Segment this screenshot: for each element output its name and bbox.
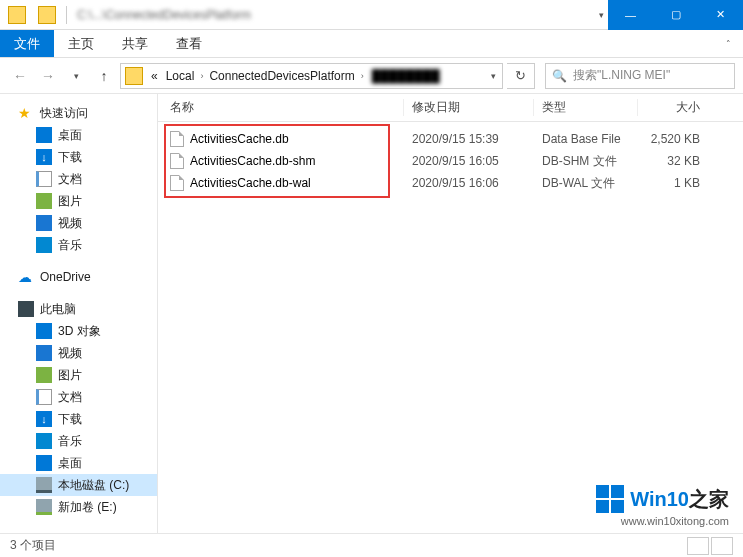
file-name: ActivitiesCache.db-wal [190,176,311,190]
maximize-button[interactable]: ▢ [653,0,698,30]
video-icon [36,215,52,231]
column-date[interactable]: 修改日期 [404,99,534,116]
nav-up-button[interactable]: ↑ [92,64,116,88]
column-type[interactable]: 类型 [534,99,638,116]
status-item-count: 3 个项目 [10,537,56,554]
desktop-icon [36,127,52,143]
chevron-right-icon[interactable]: › [198,71,205,81]
minimize-button[interactable]: — [608,0,653,30]
column-headers: 名称 修改日期 类型 大小 [158,94,743,122]
chevron-down-icon[interactable]: ▾ [599,10,604,20]
sidebar-onedrive[interactable]: OneDrive [0,266,157,288]
sidebar-item-label: 快速访问 [40,105,88,122]
file-row[interactable]: ActivitiesCache.db-wal 2020/9/15 16:06 D… [158,172,743,194]
star-icon [18,105,34,121]
pictures-icon [36,367,52,383]
sidebar-item-documents[interactable]: 文档 [0,168,157,190]
ribbon-file-tab[interactable]: 文件 [0,30,54,57]
file-date: 2020/9/15 16:06 [404,176,534,190]
sidebar: 快速访问 桌面 下载 文档 图片 视频 音乐 OneDrive 此电脑 3D 对… [0,94,158,533]
sidebar-item-label: 下载 [58,149,82,166]
address-prefix: « [147,69,162,83]
sidebar-item-desktop[interactable]: 桌面 [0,124,157,146]
ribbon-collapse-button[interactable]: ˄ [714,30,743,57]
ribbon-view-tab[interactable]: 查看 [162,30,216,57]
ribbon-share-tab[interactable]: 共享 [108,30,162,57]
sidebar-item-label: 图片 [58,193,82,210]
file-icon [170,175,184,191]
document-icon [36,389,52,405]
folder-app-icon [8,6,26,24]
refresh-button[interactable]: ↻ [507,63,535,89]
address-segment[interactable]: ConnectedDevicesPlatform [205,69,358,83]
view-large-button[interactable] [711,537,733,555]
close-button[interactable]: ✕ [698,0,743,30]
file-list-pane: 名称 修改日期 类型 大小 ActivitiesCache.db 2020/9/… [158,94,743,533]
sidebar-item-label: 3D 对象 [58,323,101,340]
sidebar-item-downloads2[interactable]: 下载 [0,408,157,430]
ribbon-home-tab[interactable]: 主页 [54,30,108,57]
chevron-right-icon[interactable]: › [359,71,366,81]
sidebar-item-documents2[interactable]: 文档 [0,386,157,408]
address-bar[interactable]: « Local › ConnectedDevicesPlatform › ███… [120,63,503,89]
sidebar-item-label: 音乐 [58,433,82,450]
sidebar-quick-access[interactable]: 快速访问 [0,102,157,124]
file-size: 2,520 KB [638,132,716,146]
windows-logo-icon [596,485,624,513]
search-icon: 🔍 [552,69,567,83]
file-size: 32 KB [638,154,716,168]
nav-recent-button[interactable]: ▾ [64,64,88,88]
file-row[interactable]: ActivitiesCache.db-shm 2020/9/15 16:05 D… [158,150,743,172]
watermark-brand: Win10之家 [630,486,729,513]
sidebar-item-label: 视频 [58,345,82,362]
file-name: ActivitiesCache.db-shm [190,154,315,168]
file-type: Data Base File [534,132,638,146]
3d-icon [36,323,52,339]
file-date: 2020/9/15 16:05 [404,154,534,168]
sidebar-item-desktop2[interactable]: 桌面 [0,452,157,474]
music-icon [36,433,52,449]
nav-back-button[interactable]: ← [8,64,32,88]
sidebar-item-pictures[interactable]: 图片 [0,190,157,212]
sidebar-item-downloads[interactable]: 下载 [0,146,157,168]
title-path: C:\...\ConnectedDevicesPlatform [73,8,251,22]
nav-forward-button[interactable]: → [36,64,60,88]
sidebar-item-videos2[interactable]: 视频 [0,342,157,364]
sidebar-item-videos[interactable]: 视频 [0,212,157,234]
divider [66,6,67,24]
sidebar-this-pc[interactable]: 此电脑 [0,298,157,320]
drive-icon [36,499,52,515]
download-icon [36,411,52,427]
file-type: DB-WAL 文件 [534,175,638,192]
file-row[interactable]: ActivitiesCache.db 2020/9/15 15:39 Data … [158,128,743,150]
address-segment-blurred: ████████ [366,69,446,83]
sidebar-item-music2[interactable]: 音乐 [0,430,157,452]
address-dropdown-button[interactable]: ▾ [485,71,502,81]
column-size[interactable]: 大小 [638,99,716,116]
search-input[interactable]: 🔍 搜索"L.NING MEI" [545,63,735,89]
sidebar-item-label: 桌面 [58,455,82,472]
sidebar-item-pictures2[interactable]: 图片 [0,364,157,386]
sidebar-item-label: 视频 [58,215,82,232]
column-name[interactable]: 名称 [158,99,404,116]
file-type: DB-SHM 文件 [534,153,638,170]
address-segment[interactable]: Local [162,69,199,83]
sidebar-item-drive-c[interactable]: 本地磁盘 (C:) [0,474,157,496]
file-size: 1 KB [638,176,716,190]
search-placeholder: 搜索"L.NING MEI" [573,67,670,84]
folder-icon [38,6,56,24]
view-details-button[interactable] [687,537,709,555]
sidebar-item-3d[interactable]: 3D 对象 [0,320,157,342]
status-bar: 3 个项目 [0,533,743,557]
watermark: Win10之家 www.win10xitong.com [596,484,729,527]
sidebar-item-drive-e[interactable]: 新加卷 (E:) [0,496,157,518]
onedrive-icon [18,269,34,285]
file-icon [170,131,184,147]
sidebar-item-label: 桌面 [58,127,82,144]
folder-icon [125,67,143,85]
sidebar-item-label: 本地磁盘 (C:) [58,477,129,494]
sidebar-item-music[interactable]: 音乐 [0,234,157,256]
video-icon [36,345,52,361]
sidebar-item-label: 新加卷 (E:) [58,499,117,516]
desktop-icon [36,455,52,471]
